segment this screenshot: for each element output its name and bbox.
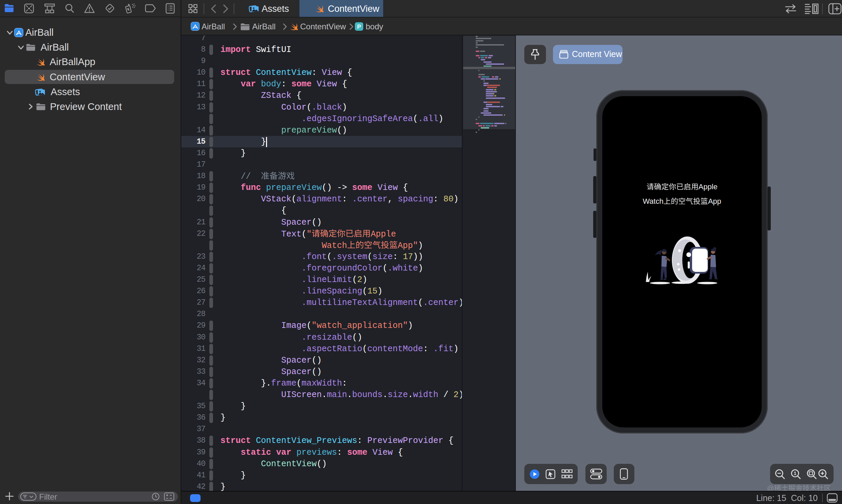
svg-text:P: P	[357, 24, 361, 30]
svg-text:1: 1	[794, 471, 796, 476]
